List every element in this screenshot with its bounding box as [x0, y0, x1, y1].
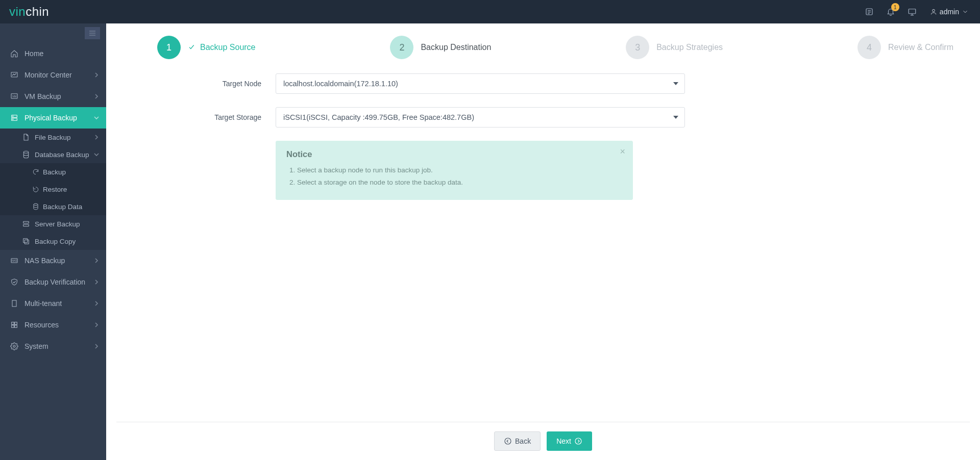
topbar-bell-icon[interactable]: 1 [880, 0, 901, 23]
grid-icon [9, 321, 19, 329]
svg-point-16 [13, 116, 13, 116]
svg-rect-23 [23, 239, 28, 243]
svg-point-7 [933, 9, 935, 12]
sidebar-item-server-backup[interactable]: Server Backup [0, 215, 106, 233]
svg-point-36 [505, 438, 511, 444]
restore-icon [32, 185, 40, 193]
wizard-step-4: 4 Review & Confirm [857, 36, 953, 59]
copy-icon [21, 237, 31, 245]
database-icon [32, 202, 40, 211]
bell-badge: 1 [891, 3, 899, 11]
sidebar-item-label: Server Backup [35, 220, 80, 228]
svg-rect-31 [12, 322, 14, 325]
target-storage-label: Target Storage [195, 113, 276, 121]
server-icon [9, 114, 19, 122]
topbar-monitor-icon[interactable] [901, 0, 923, 23]
step-number: 3 [626, 36, 649, 59]
svg-text:VM: VM [12, 95, 16, 98]
svg-rect-22 [24, 240, 29, 244]
chevron-down-icon [94, 114, 99, 122]
target-node-label: Target Node [195, 80, 276, 88]
svg-rect-26 [12, 300, 16, 306]
sidebar-item-nas[interactable]: NAS NAS Backup [0, 250, 106, 271]
chevron-right-icon [94, 71, 99, 79]
sidebar-item-label: Backup Data [43, 203, 82, 211]
topbar: vinchin 1 admin [0, 0, 980, 23]
notice-title: Notice [286, 149, 622, 159]
main-content: 1 Backup Source 2 Backup Destination 3 B… [106, 23, 980, 460]
next-button[interactable]: Next [547, 431, 592, 451]
sidebar-item-monitor[interactable]: Monitor Center [0, 64, 106, 86]
svg-point-17 [13, 119, 13, 119]
database-icon [21, 150, 31, 159]
sidebar-item-db-backup[interactable]: Backup [0, 163, 106, 181]
sidebar-item-resources[interactable]: Resources [0, 314, 106, 336]
wizard-step-3: 3 Backup Strategies [626, 36, 723, 59]
topbar-user-menu[interactable]: admin [923, 8, 976, 16]
sidebar-sub-physical: File Backup Database Backup Backup Resto… [0, 129, 106, 250]
svg-rect-21 [23, 224, 29, 226]
topbar-username: admin [940, 8, 959, 16]
svg-rect-34 [15, 325, 17, 328]
back-button[interactable]: Back [494, 431, 541, 451]
svg-rect-20 [23, 221, 29, 223]
sidebar-item-tenant[interactable]: Multi-tenant [0, 293, 106, 314]
chevron-right-icon [94, 257, 99, 265]
target-node-select[interactable]: localhost.localdomain(172.18.1.10) [276, 73, 685, 94]
step-label: Backup Destination [421, 43, 491, 52]
svg-text:NAS: NAS [12, 260, 17, 262]
chevron-right-icon [94, 92, 99, 100]
notice-close-button[interactable]: × [620, 146, 625, 157]
sidebar-collapse-button[interactable] [85, 27, 100, 39]
check-icon [188, 43, 195, 52]
wizard-step-2[interactable]: 2 Backup Destination [390, 36, 491, 59]
brand-part1: vin [9, 5, 26, 18]
target-storage-select[interactable]: iSCSI1(iSCSI, Capacity :499.75GB, Free S… [276, 107, 685, 127]
file-icon [21, 133, 31, 141]
svg-point-35 [13, 345, 15, 347]
sidebar-item-file-backup[interactable]: File Backup [0, 129, 106, 146]
sidebar-item-system[interactable]: System [0, 336, 106, 357]
notice-line: 2. Select a storage on the node to store… [289, 176, 622, 189]
sidebar-item-verify[interactable]: Backup Verification [0, 271, 106, 293]
svg-rect-15 [12, 118, 17, 121]
chart-icon [9, 71, 19, 79]
sidebar-sub-database: Backup Restore Backup Data [0, 163, 106, 215]
step-label: Backup Source [200, 43, 256, 52]
svg-rect-33 [12, 325, 14, 328]
sidebar-item-label: Multi-tenant [24, 299, 62, 308]
svg-point-18 [23, 151, 28, 153]
step-number: 4 [857, 36, 881, 59]
sidebar-item-database-backup[interactable]: Database Backup [0, 146, 106, 163]
sidebar-item-physical-backup[interactable]: Physical Backup [0, 107, 106, 129]
refresh-icon [32, 168, 40, 176]
chevron-right-icon [94, 134, 99, 141]
sidebar-item-label: Home [24, 49, 43, 58]
brand-logo[interactable]: vinchin [9, 5, 49, 19]
sidebar-item-db-restore[interactable]: Restore [0, 181, 106, 198]
sidebar-toggle-row [0, 23, 106, 43]
sidebar-item-home[interactable]: Home [0, 43, 106, 64]
sidebar-item-label: Restore [43, 186, 67, 193]
server-icon [21, 220, 31, 228]
chevron-down-icon [94, 151, 99, 159]
chevron-right-icon [94, 299, 99, 308]
sidebar-item-vm-backup[interactable]: VM VM Backup [0, 86, 106, 107]
form-row-target-storage: Target Storage iSCSI1(iSCSI, Capacity :4… [195, 107, 685, 127]
brand-part2: chin [26, 5, 49, 18]
sidebar-item-label: NAS Backup [24, 257, 65, 265]
sidebar-item-label: System [24, 342, 48, 350]
step-label: Backup Strategies [656, 43, 723, 52]
next-button-label: Next [556, 437, 571, 445]
sidebar-item-db-data[interactable]: Backup Data [0, 198, 106, 215]
sidebar-item-label: File Backup [35, 134, 71, 141]
form-row-target-node: Target Node localhost.localdomain(172.18… [195, 73, 685, 94]
sidebar-item-label: Physical Backup [24, 114, 77, 122]
sidebar-item-label: Backup [43, 168, 66, 176]
topbar-list-icon[interactable] [859, 0, 880, 23]
wizard-step-1[interactable]: 1 Backup Source [157, 36, 256, 59]
wizard-steps: 1 Backup Source 2 Backup Destination 3 B… [157, 36, 953, 59]
sidebar-item-label: Monitor Center [24, 71, 72, 79]
vm-icon: VM [9, 92, 19, 100]
sidebar-item-backup-copy[interactable]: Backup Copy [0, 233, 106, 250]
